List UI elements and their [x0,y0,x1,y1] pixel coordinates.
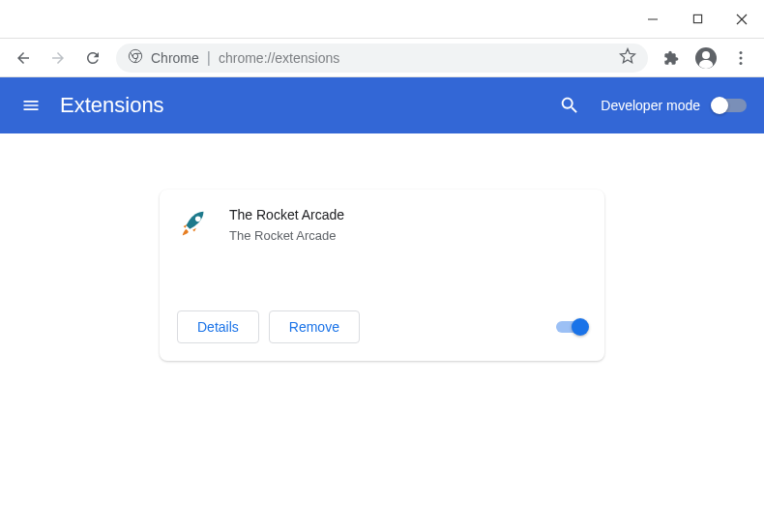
extension-enable-toggle[interactable] [556,321,587,333]
toggle-knob [572,318,589,336]
minimize-button[interactable] [631,0,675,38]
svg-point-8 [195,217,201,222]
back-button[interactable] [8,43,39,74]
hamburger-menu-button[interactable] [17,92,44,119]
details-button[interactable]: Details [177,310,259,343]
close-window-button[interactable] [720,0,764,38]
developer-mode-label: Developer mode [601,98,700,113]
extension-card: The Rocket Arcade The Rocket Arcade Deta… [160,190,604,361]
remove-button[interactable]: Remove [269,310,360,343]
extension-description: The Rocket Arcade [229,228,587,243]
content-area: The Rocket Arcade The Rocket Arcade Deta… [0,133,764,361]
address-bar: Chrome | chrome://extensions [0,39,764,77]
omnibox[interactable]: Chrome | chrome://extensions [116,44,648,73]
rocket-icon [177,207,212,242]
profile-button[interactable] [691,43,721,74]
chrome-icon [128,48,143,68]
extension-name: The Rocket Arcade [229,207,587,222]
svg-point-4 [702,51,710,59]
svg-point-6 [740,56,743,59]
svg-point-7 [740,62,743,65]
url-separator: | [207,49,211,67]
menu-button[interactable] [725,43,756,74]
maximize-button[interactable] [675,0,720,38]
window-titlebar [0,0,764,39]
toggle-knob [711,97,728,114]
url-text: chrome://extensions [219,50,611,66]
extensions-header: Extensions Developer mode [0,77,764,133]
svg-point-5 [740,51,743,54]
svg-rect-0 [693,15,701,22]
url-scheme: Chrome [151,50,199,66]
search-button[interactable] [556,92,583,119]
bookmark-star-icon[interactable] [619,47,636,69]
reload-button[interactable] [77,43,108,74]
page-title: Extensions [60,93,556,118]
forward-button [43,43,73,74]
developer-mode-toggle[interactable] [712,99,747,112]
extensions-button[interactable] [656,43,687,74]
